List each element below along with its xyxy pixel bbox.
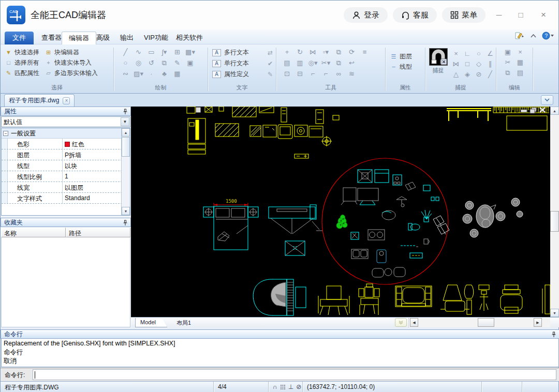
snap-intersection-icon[interactable]: △ (450, 69, 462, 80)
login-button[interactable]: 登录 (344, 7, 388, 23)
tangent-icon[interactable]: ⊘ (296, 383, 301, 390)
zoom-select-icon[interactable]: ◎▾ (306, 58, 319, 69)
snap-center-icon[interactable]: ○ (473, 49, 484, 59)
copy-object-icon[interactable]: ⧉ (158, 58, 171, 69)
property-row-lineweight[interactable]: 线宽 以图层 (2, 182, 130, 193)
offset-icon[interactable]: ▫▾ (319, 47, 332, 58)
scale-down-icon[interactable]: ⊡ (281, 69, 293, 80)
snap-magnet-icon[interactable]: ∩ (273, 383, 277, 390)
property-row-linetype-scale[interactable]: 线型比例 1 (2, 171, 130, 182)
column-header-path[interactable]: 路径 (66, 228, 130, 237)
help-icon[interactable]: ? (542, 32, 554, 40)
customer-service-button[interactable]: 客服 (393, 7, 437, 23)
rotate-copy-icon[interactable]: ⟳ (345, 47, 358, 58)
undo-mark-icon[interactable]: ↩ (345, 58, 358, 69)
find-replace-icon[interactable]: ⇄ (268, 49, 273, 56)
quick-entity-import-button[interactable]: +快速实体导入 (45, 57, 98, 68)
polyline-icon[interactable]: ∿ (132, 47, 145, 58)
cut-icon[interactable]: ✂ (502, 57, 514, 68)
tab-advanced[interactable]: 高级 (90, 32, 116, 44)
document-tab-close-icon[interactable]: × (63, 97, 70, 104)
fillet-icon[interactable]: ⌐ (306, 69, 319, 80)
maximize-button[interactable]: □ (513, 10, 528, 21)
command-log[interactable]: Replacement of the [Geniso.SHX] font wit… (1, 339, 559, 367)
close-button[interactable]: × (536, 10, 551, 21)
point-icon[interactable]: · (145, 69, 158, 80)
property-group-row[interactable]: − 一般设置 (2, 128, 130, 139)
scroll-down-icon[interactable]: ▼ (550, 309, 559, 317)
scroll-right-icon[interactable]: ▶ (534, 318, 542, 327)
quick-select-button[interactable]: ▼快速选择 (5, 47, 39, 57)
layout1-tab[interactable]: 布局1 (176, 319, 191, 327)
pin-icon[interactable] (123, 220, 128, 228)
copy-with-base-icon[interactable]: ▤ (514, 68, 526, 78)
property-row-color[interactable]: 色彩 红色 (2, 139, 130, 149)
properties-scrollbar[interactable]: ▲ ▼ (121, 128, 130, 215)
attribute-define-button[interactable]: A属性定义✎ (212, 69, 276, 80)
ortho-icon[interactable]: ⊥ (288, 383, 293, 390)
arc-icon[interactable]: ↺ (145, 58, 158, 69)
hatch-icon[interactable]: ▨▾ (132, 69, 145, 80)
layout-list-chevron-button[interactable] (395, 318, 407, 327)
pin-icon[interactable] (123, 109, 128, 117)
paste-special-icon[interactable]: ▦ (514, 57, 526, 68)
table-icon[interactable]: ▦ (171, 69, 184, 80)
polygon-entity-input-button[interactable]: ▱多边形实体输入 (45, 68, 98, 78)
scrollbar-thumb[interactable] (122, 137, 130, 157)
paste-icon[interactable]: ▣ (502, 47, 514, 57)
trim-icon[interactable]: ✂▾ (319, 58, 332, 69)
revision-cloud-icon[interactable]: ∾ (119, 69, 132, 80)
named-view-icon[interactable]: ▥ (293, 58, 306, 69)
property-preset-dropdown[interactable]: 默认值 ▼ (1, 116, 130, 127)
minimize-button[interactable]: ─ (491, 10, 507, 21)
match-properties-button[interactable]: ✎匹配属性 (5, 68, 39, 78)
model-tab[interactable]: Model (135, 318, 167, 327)
select-all-button[interactable]: □选择所有 (5, 57, 39, 68)
move-icon[interactable]: + (281, 47, 293, 58)
scale-up-icon[interactable]: ⊟ (293, 69, 306, 80)
circle-icon[interactable]: ○ (119, 58, 132, 69)
edit-text-icon[interactable]: ✎ (268, 71, 273, 78)
canvas-vertical-scrollbar[interactable]: ▲ ▼ (550, 107, 559, 317)
menu-button[interactable]: 菜单 (442, 7, 486, 23)
linetype-button[interactable]: ┄线型 (390, 62, 425, 72)
block-editor-button[interactable]: ⊞块编辑器 (45, 47, 98, 57)
snap-parallel-icon[interactable]: ∥ (484, 59, 496, 69)
snap-quadrant-icon[interactable]: ◈ (462, 69, 473, 80)
snap-extension-icon[interactable]: ∠ (484, 49, 496, 59)
ellipse-icon[interactable]: ◎ (132, 58, 145, 69)
copy-nested-icon[interactable]: ⧉ (332, 47, 345, 58)
erase-icon[interactable]: × (514, 47, 526, 57)
favorites-list[interactable] (1, 237, 130, 327)
spell-check-icon[interactable]: ✔ (268, 60, 273, 67)
snap-nearest-icon[interactable]: ╱ (484, 69, 496, 80)
tab-related[interactable]: 相关软件 (169, 32, 210, 44)
layer-merge-icon[interactable]: ≋ (345, 69, 358, 80)
mirror-icon[interactable]: ⋈ (306, 47, 319, 58)
tab-list-chevron-button[interactable] (541, 95, 553, 105)
link-icon[interactable]: ∞ (332, 69, 345, 80)
snap-apparent-intersection-icon[interactable]: ⋈ (450, 59, 462, 69)
line-icon[interactable]: ╱ (119, 47, 132, 58)
vegetation-icon[interactable]: ♣ (158, 69, 171, 80)
freehand-icon[interactable]: ✎ (171, 58, 184, 69)
insert-block-icon[interactable]: ⊞ (171, 47, 184, 58)
column-header-name[interactable]: 名称 (1, 228, 66, 237)
scroll-up-icon[interactable]: ▲ (122, 128, 130, 137)
mtext-button[interactable]: A多行文本⇄ (212, 47, 276, 58)
align-icon[interactable]: ≡ (358, 47, 371, 58)
grid-toggle-icon[interactable] (280, 384, 286, 390)
scroll-up-icon[interactable]: ▲ (550, 107, 559, 115)
scroll-down-icon[interactable]: ▼ (122, 207, 130, 215)
layers-button[interactable]: ☰图层 (390, 51, 425, 62)
property-row-text-style[interactable]: 文字样式 Standard (2, 193, 130, 204)
property-row-linetype[interactable]: 线型 以块 (2, 160, 130, 171)
snap-perpendicular-icon[interactable]: ∟ (462, 49, 473, 59)
copy-pair-icon[interactable]: ⧉ (332, 58, 345, 69)
scrollbar-thumb[interactable] (478, 318, 494, 327)
rectangle-icon[interactable]: ▭ (145, 47, 158, 58)
chamfer-icon[interactable]: ⌐ (319, 69, 332, 80)
copy-icon[interactable]: ⧉ (502, 68, 514, 78)
rotate-icon[interactable]: ↻ (293, 47, 306, 58)
tab-output[interactable]: 输出 (113, 32, 140, 44)
